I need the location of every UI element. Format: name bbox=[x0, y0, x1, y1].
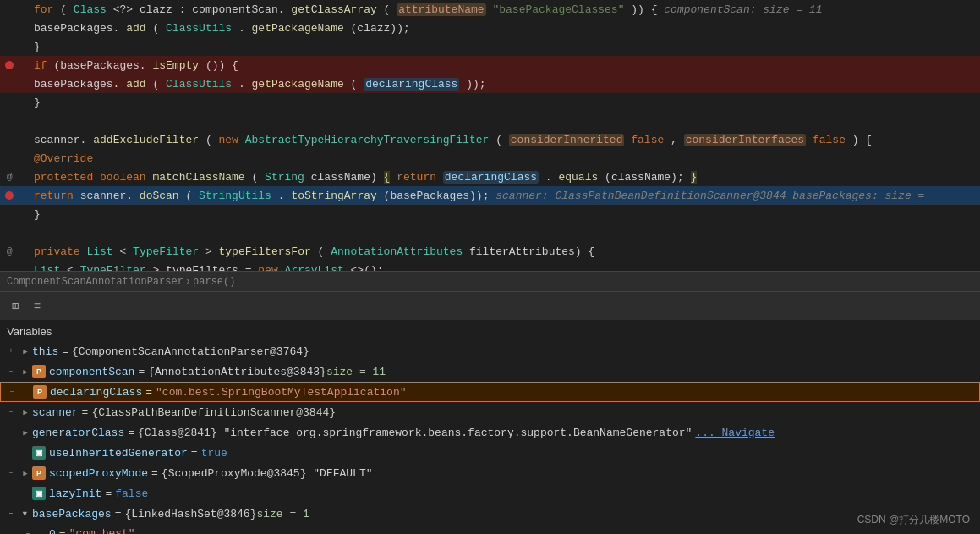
code-content-6: } bbox=[27, 96, 980, 109]
code-line-5: basePackages. add ( ClassUtils . getPack… bbox=[0, 74, 980, 93]
var-value-scopedProxyMode: {ScopedProxyMode@3845} "DEFAULT" bbox=[162, 467, 373, 480]
code-line-9: @Override bbox=[0, 149, 980, 168]
var-row-lazyInit[interactable]: ▣ lazyInit = false bbox=[0, 483, 980, 504]
code-line-12: } bbox=[0, 205, 980, 223]
code-content-12: } bbox=[27, 208, 980, 221]
code-content-2: basePackages. add ( ClassUtils . getPack… bbox=[27, 22, 980, 35]
var-extra-basePackages: size = 1 bbox=[256, 508, 309, 520]
var-value-declaringClass: "com.best.SpringBootMyTestApplication" bbox=[156, 386, 406, 399]
code-content-14: private List < TypeFilter > typeFiltersF… bbox=[27, 245, 980, 258]
var-row-componentScan[interactable]: – ▶ P componentScan = {AnnotationAttribu… bbox=[0, 361, 980, 382]
var-eq-this: = bbox=[62, 345, 68, 358]
breakpoint-2 bbox=[5, 191, 14, 200]
code-line-2: basePackages. add ( ClassUtils . getPack… bbox=[0, 19, 980, 37]
code-content-5: basePackages. add ( ClassUtils . getPack… bbox=[27, 78, 980, 91]
code-content-1: for ( Class <?> clazz : componentScan. g… bbox=[27, 3, 980, 16]
var-name-lazyInit: lazyInit bbox=[49, 487, 101, 500]
code-line-10: @ protected boolean matchClassName ( Str… bbox=[0, 168, 980, 186]
var-icon-componentScan: P bbox=[32, 365, 46, 378]
variables-header: Variables bbox=[0, 320, 980, 341]
code-content-9: @Override bbox=[27, 152, 980, 165]
param-considerInherited: considerInherited bbox=[509, 134, 625, 146]
var-name-scopedProxyMode: scopedProxyMode bbox=[49, 467, 148, 480]
var-value-this: {ComponentScanAnnotationParser@3764} bbox=[72, 345, 309, 358]
breadcrumb-separator: › bbox=[185, 276, 191, 288]
var-name-useInheritedGenerator: useInheritedGenerator bbox=[49, 447, 188, 460]
var-value-useInheritedGenerator: true bbox=[201, 447, 227, 460]
watermark: CSDN @打分几楼MOTO bbox=[857, 513, 970, 527]
code-content-8: scanner. addExcludeFilter ( new Abstract… bbox=[27, 134, 980, 146]
var-row-this[interactable]: + ▶ this = {ComponentScanAnnotationParse… bbox=[0, 341, 980, 361]
code-content-4: if (basePackages. isEmpty ()) { bbox=[27, 59, 980, 72]
grid-icon[interactable]: ⊞ bbox=[7, 298, 24, 315]
code-content-10: protected boolean matchClassName ( Strin… bbox=[27, 171, 980, 184]
at-indicator-2: @ bbox=[7, 246, 13, 256]
var-nav-generatorClass[interactable]: ... Navigate bbox=[695, 427, 775, 439]
code-content-3: } bbox=[27, 41, 980, 53]
var-row-basePackages-0[interactable]: – 0 = "com.best" bbox=[0, 524, 980, 534]
var-name-this: this bbox=[32, 345, 58, 358]
breadcrumb-bar: ComponentScanAnnotationParser › parse() bbox=[0, 271, 980, 291]
code-line-3: } bbox=[0, 37, 980, 56]
var-row-basePackages[interactable]: – ▶ basePackages = {LinkedHashSet@3846} … bbox=[0, 504, 980, 524]
var-row-declaringClass[interactable]: – P declaringClass = "com.best.SpringBoo… bbox=[0, 382, 980, 402]
var-value-basePackages: {LinkedHashSet@3846} bbox=[124, 508, 256, 520]
var-icon-lazyInit: ▣ bbox=[32, 487, 46, 500]
var-value-lazyInit: false bbox=[115, 487, 148, 500]
code-line-1: for ( Class <?> clazz : componentScan. g… bbox=[0, 0, 980, 19]
var-row-generatorClass[interactable]: – ▶ generatorClass = {Class@2841} "inter… bbox=[0, 422, 980, 443]
list-icon[interactable]: ≡ bbox=[29, 298, 46, 315]
var-name-generatorClass: generatorClass bbox=[32, 427, 124, 439]
var-row-scanner[interactable]: – ▶ scanner = {ClassPathBeanDefinitionSc… bbox=[0, 402, 980, 422]
var-name-componentScan: componentScan bbox=[49, 366, 134, 378]
code-content-11: return scanner. doScan ( StringUtils . t… bbox=[27, 190, 980, 202]
code-line-13 bbox=[0, 223, 980, 242]
code-editor: for ( Class <?> clazz : componentScan. g… bbox=[0, 0, 980, 271]
var-declaringClass-highlight: declaringClass bbox=[364, 78, 459, 91]
var-row-useInheritedGenerator[interactable]: ▣ useInheritedGenerator = true bbox=[0, 443, 980, 463]
var-value-componentScan: {AnnotationAttributes@3843} bbox=[148, 366, 326, 378]
var-name-declaringClass: declaringClass bbox=[50, 386, 142, 399]
code-content-15: List < TypeFilter > typeFilters = new Ar… bbox=[27, 264, 980, 272]
var-extra-componentScan: size = 11 bbox=[326, 366, 386, 378]
var-declaringClass-2: declaringClass bbox=[443, 171, 539, 184]
param-attributeName-1: attributeName bbox=[397, 3, 485, 16]
var-icon-scopedProxyMode: P bbox=[32, 466, 46, 480]
code-line-6: } bbox=[0, 93, 980, 112]
code-line-7 bbox=[0, 112, 980, 130]
var-row-scopedProxyMode[interactable]: – ▶ P scopedProxyMode = {ScopedProxyMode… bbox=[0, 463, 980, 483]
code-line-11: return scanner. doScan ( StringUtils . t… bbox=[0, 186, 980, 205]
breadcrumb-class: ComponentScanAnnotationParser bbox=[7, 276, 183, 288]
var-icon-useInheritedGenerator: ▣ bbox=[32, 446, 46, 460]
debugger-toolbar: ⊞ ≡ bbox=[0, 291, 980, 320]
code-line-8: scanner. addExcludeFilter ( new Abstract… bbox=[0, 130, 980, 149]
param-considerInterfaces: considerInterfaces bbox=[684, 134, 806, 146]
breadcrumb-method: parse() bbox=[193, 276, 235, 288]
at-indicator-1: @ bbox=[7, 172, 13, 182]
var-value-scanner: {ClassPathBeanDefinitionScanner@3844} bbox=[91, 406, 336, 419]
variables-panel: Variables + ▶ this = {ComponentScanAnnot… bbox=[0, 320, 980, 534]
breakpoint-1 bbox=[5, 61, 14, 69]
var-name-scanner: scanner bbox=[32, 406, 79, 419]
var-value-generatorClass: {Class@2841} "interface org.springframew… bbox=[138, 427, 692, 439]
code-line-15: List < TypeFilter > typeFilters = new Ar… bbox=[0, 261, 980, 271]
var-name-basePackages: basePackages bbox=[32, 508, 112, 520]
var-value-basePackages-0: "com.best" bbox=[69, 527, 135, 535]
code-line-14: @ private List < TypeFilter > typeFilter… bbox=[0, 242, 980, 261]
var-name-basePackages-0: 0 bbox=[49, 528, 56, 535]
var-icon-declaringClass: P bbox=[33, 385, 47, 399]
code-line-4: if (basePackages. isEmpty ()) { bbox=[0, 56, 980, 74]
